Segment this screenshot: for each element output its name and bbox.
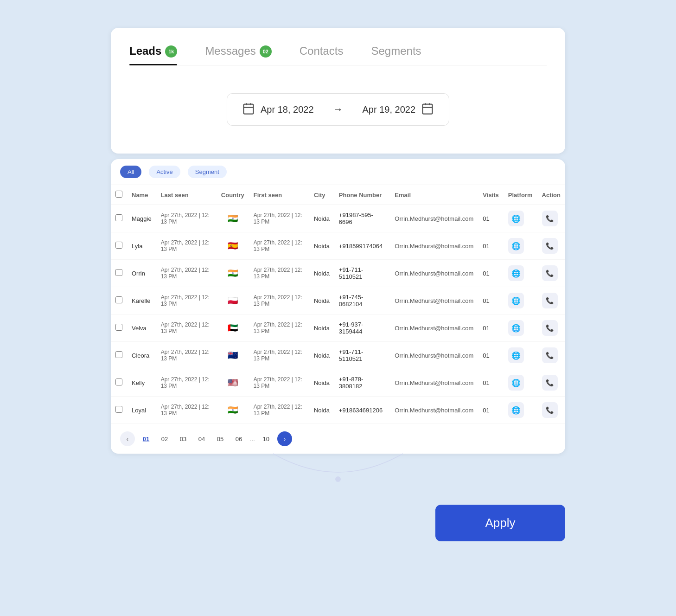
- platform-btn[interactable]: 🌐: [508, 265, 524, 281]
- select-all-checkbox[interactable]: [115, 191, 122, 198]
- row-platform-cell: 🌐: [504, 397, 537, 424]
- row-name: Orrin: [127, 260, 156, 287]
- select-all-header[interactable]: [111, 185, 127, 205]
- row-phone: +918634691206: [334, 397, 390, 424]
- row-platform-cell: 🌐: [504, 260, 537, 287]
- row-phone: +91-937-3159444: [334, 314, 390, 342]
- filter-segment-btn[interactable]: Segment: [188, 166, 227, 178]
- row-checkbox-cell[interactable]: [111, 397, 127, 424]
- row-action-cell: 📞: [537, 260, 565, 287]
- row-name: Velva: [127, 314, 156, 342]
- row-last-seen: Apr 27th, 2022 | 12: 13 PM: [156, 205, 217, 232]
- table-card: All Active Segment Name Last seen Countr…: [111, 159, 565, 454]
- row-action-cell: 📞: [537, 342, 565, 369]
- col-phone: Phone Number: [334, 185, 390, 205]
- platform-btn[interactable]: 🌐: [508, 347, 524, 363]
- page-btn-06[interactable]: 06: [231, 431, 246, 446]
- row-checkbox-2[interactable]: [115, 269, 122, 276]
- row-checkbox-cell[interactable]: [111, 314, 127, 342]
- col-action: Action: [537, 185, 565, 205]
- row-country: 🇦🇪: [217, 314, 249, 342]
- row-name: Cleora: [127, 342, 156, 369]
- platform-btn[interactable]: 🌐: [508, 293, 524, 308]
- row-checkbox-cell[interactable]: [111, 232, 127, 260]
- row-last-seen: Apr 27th, 2022 | 12: 13 PM: [156, 369, 217, 397]
- row-first-seen: Apr 27th, 2022 | 12: 13 PM: [249, 342, 309, 369]
- row-checkbox-4[interactable]: [115, 324, 122, 331]
- table-header-row: Name Last seen Country First seen City P…: [111, 185, 565, 205]
- action-call-btn[interactable]: 📞: [542, 265, 558, 281]
- page-btn-04[interactable]: 04: [194, 431, 209, 446]
- row-last-seen: Apr 27th, 2022 | 12: 13 PM: [156, 287, 217, 314]
- tab-leads[interactable]: Leads 1k: [129, 45, 177, 65]
- table-row: Loyal Apr 27th, 2022 | 12: 13 PM 🇮🇳 Apr …: [111, 397, 565, 424]
- row-last-seen: Apr 27th, 2022 | 12: 13 PM: [156, 232, 217, 260]
- page-btn-02[interactable]: 02: [157, 431, 172, 446]
- action-call-btn[interactable]: 📞: [542, 211, 558, 226]
- platform-btn[interactable]: 🌐: [508, 238, 524, 254]
- action-call-btn[interactable]: 📞: [542, 293, 558, 308]
- date-range-box[interactable]: Apr 18, 2022 → Apr 19, 2022: [227, 93, 449, 126]
- date-range-container: Apr 18, 2022 → Apr 19, 2022: [129, 84, 547, 140]
- row-checkbox-cell[interactable]: [111, 205, 127, 232]
- row-checkbox-cell[interactable]: [111, 260, 127, 287]
- tab-contacts[interactable]: Contacts: [300, 45, 344, 65]
- page-btn-10[interactable]: 10: [259, 431, 274, 446]
- arrow-icon: →: [325, 103, 351, 116]
- row-checkbox-5[interactable]: [115, 351, 122, 358]
- next-page-btn[interactable]: ›: [277, 431, 292, 446]
- table-row: Orrin Apr 27th, 2022 | 12: 13 PM 🇮🇳 Apr …: [111, 260, 565, 287]
- row-checkbox-cell[interactable]: [111, 287, 127, 314]
- page-btn-03[interactable]: 03: [176, 431, 191, 446]
- row-checkbox-cell[interactable]: [111, 369, 127, 397]
- row-country: 🇮🇳: [217, 260, 249, 287]
- platform-btn[interactable]: 🌐: [508, 402, 524, 418]
- action-call-btn[interactable]: 📞: [542, 402, 558, 418]
- row-visits: 01: [478, 369, 503, 397]
- row-phone: +91-878-3808182: [334, 369, 390, 397]
- row-checkbox-7[interactable]: [115, 406, 122, 413]
- row-action-cell: 📞: [537, 314, 565, 342]
- row-platform-cell: 🌐: [504, 314, 537, 342]
- row-checkbox-6[interactable]: [115, 379, 122, 385]
- action-call-btn[interactable]: 📞: [542, 347, 558, 363]
- row-platform-cell: 🌐: [504, 287, 537, 314]
- row-city: Noida: [309, 314, 334, 342]
- start-date-part: Apr 18, 2022: [242, 102, 314, 117]
- row-phone: +91-711-5110521: [334, 260, 390, 287]
- col-name: Name: [127, 185, 156, 205]
- row-platform-cell: 🌐: [504, 205, 537, 232]
- row-checkbox-1[interactable]: [115, 242, 122, 249]
- tab-segments[interactable]: Segments: [371, 45, 421, 65]
- filter-active-btn[interactable]: Active: [149, 166, 180, 178]
- start-date-text: Apr 18, 2022: [261, 104, 314, 115]
- row-checkbox-3[interactable]: [115, 296, 122, 303]
- prev-page-btn[interactable]: ‹: [120, 431, 135, 446]
- filter-all-btn[interactable]: All: [120, 166, 141, 178]
- platform-btn[interactable]: 🌐: [508, 320, 524, 336]
- arc-decoration: [111, 449, 565, 486]
- tab-messages[interactable]: Messages 02: [205, 45, 271, 65]
- apply-button[interactable]: Apply: [435, 505, 565, 541]
- action-call-btn[interactable]: 📞: [542, 375, 558, 391]
- row-first-seen: Apr 27th, 2022 | 12: 13 PM: [249, 397, 309, 424]
- page-btn-01[interactable]: 01: [139, 431, 153, 446]
- end-date-text: Apr 19, 2022: [362, 104, 415, 115]
- row-country: 🇺🇸: [217, 369, 249, 397]
- filter-bar: All Active Segment: [111, 159, 565, 185]
- action-call-btn[interactable]: 📞: [542, 320, 558, 336]
- platform-btn[interactable]: 🌐: [508, 211, 524, 226]
- action-call-btn[interactable]: 📞: [542, 238, 558, 254]
- page-btn-05[interactable]: 05: [213, 431, 228, 446]
- platform-btn[interactable]: 🌐: [508, 375, 524, 391]
- main-card: Leads 1k Messages 02 Contacts Segments: [111, 28, 565, 154]
- row-checkbox-0[interactable]: [115, 214, 122, 221]
- row-name: Kelly: [127, 369, 156, 397]
- svg-rect-4: [423, 104, 433, 114]
- table-row: Maggie Apr 27th, 2022 | 12: 13 PM 🇮🇳 Apr…: [111, 205, 565, 232]
- apply-section: Apply: [111, 505, 565, 541]
- row-first-seen: Apr 27th, 2022 | 12: 13 PM: [249, 232, 309, 260]
- row-checkbox-cell[interactable]: [111, 342, 127, 369]
- table-row: Lyla Apr 27th, 2022 | 12: 13 PM 🇪🇸 Apr 2…: [111, 232, 565, 260]
- tab-bar: Leads 1k Messages 02 Contacts Segments: [129, 45, 547, 65]
